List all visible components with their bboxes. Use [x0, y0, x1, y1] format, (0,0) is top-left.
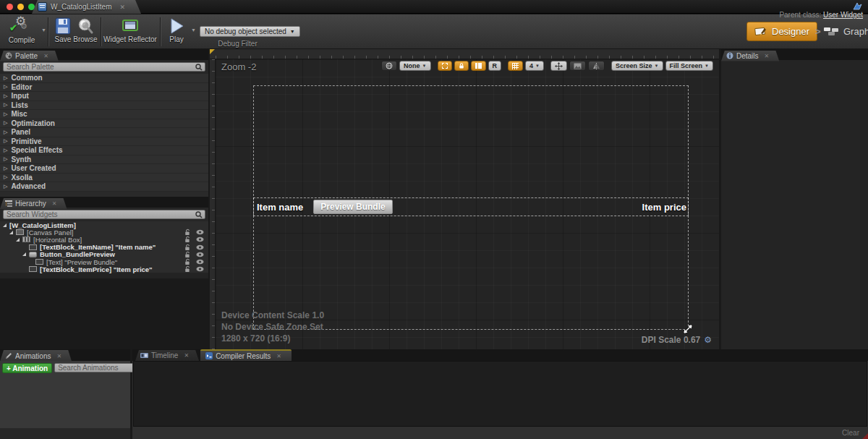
details-tab[interactable]: Details ✕	[721, 51, 779, 61]
palette-category[interactable]: ▷ Primitive	[0, 137, 208, 147]
expander-icon[interactable]	[16, 238, 20, 242]
palette-category[interactable]: ▷ Advanced	[0, 182, 208, 192]
expander-icon[interactable]	[22, 252, 26, 256]
item-price-textblock[interactable]: Item price	[642, 202, 686, 213]
lock-icon[interactable]	[184, 244, 191, 251]
palette-tab-close-icon[interactable]: ✕	[43, 53, 48, 59]
expander-icon[interactable]: ▷	[4, 75, 7, 81]
widget-reflector-button[interactable]: Widget Reflector	[103, 17, 157, 43]
palette-category[interactable]: ▷ Misc	[0, 110, 208, 119]
palette-category[interactable]: ▷ User Created	[0, 164, 208, 174]
expander-icon[interactable]: ▷	[4, 156, 7, 162]
raw-edit-toggle[interactable]: R	[488, 61, 502, 71]
compiler-results-tab[interactable]: Compiler Results ✕	[200, 349, 292, 361]
compile-options-caret-icon[interactable]: ▼	[41, 27, 46, 33]
palette-category[interactable]: ▷ Input	[0, 92, 208, 101]
expander-icon[interactable]: ▷	[4, 93, 7, 99]
expander-icon[interactable]	[3, 223, 7, 227]
window-resize-grip[interactable]	[862, 433, 868, 439]
item-name-textblock[interactable]: Item name	[257, 202, 303, 213]
details-tab-close-icon[interactable]: ✕	[765, 53, 770, 59]
timeline-tab[interactable]: Timeline ✕	[135, 350, 199, 361]
add-animation-button[interactable]: + Animation	[2, 363, 52, 373]
palette-search-input[interactable]	[7, 63, 195, 71]
flip-preview-button[interactable]	[588, 61, 605, 71]
play-options-caret-icon[interactable]: ▼	[191, 27, 196, 33]
eye-icon[interactable]	[196, 229, 204, 235]
show-outlines-toggle[interactable]	[438, 61, 452, 71]
expander-icon[interactable]	[9, 231, 13, 234]
parent-class-value[interactable]: User Widget	[823, 11, 863, 19]
hierarchy-row[interactable]: [TextBlock_ItemName] "Item name"	[0, 244, 208, 251]
lock-icon[interactable]	[184, 229, 191, 236]
palette-tab[interactable]: Palette ✕	[0, 51, 59, 61]
expander-icon[interactable]: ▷	[4, 138, 7, 144]
compile-button[interactable]: ⚙ ⚙ ✔ Compile	[3, 17, 41, 44]
animations-tab[interactable]: Animations ✕	[0, 350, 72, 362]
eye-icon[interactable]	[196, 236, 204, 242]
lock-widgets-toggle[interactable]	[454, 61, 469, 71]
palette-category[interactable]: ▷ Optimization	[0, 119, 208, 129]
window-minimize-button[interactable]	[17, 4, 24, 10]
hierarchy-row[interactable]: [TextBlock_ItemPrice] "Item price"	[0, 265, 208, 273]
palette-category[interactable]: ▷ Common	[0, 74, 208, 83]
palette-category[interactable]: ▷ Special Effects	[0, 146, 208, 155]
eye-icon[interactable]	[196, 252, 204, 257]
palette-search[interactable]	[3, 62, 205, 72]
hierarchy-row[interactable]: [Horizontal Box]	[0, 236, 208, 243]
preview-culture-dropdown[interactable]: None▼	[399, 61, 430, 71]
browse-button[interactable]: Browse	[72, 17, 98, 43]
lock-icon[interactable]	[184, 265, 191, 273]
play-button[interactable]: Play	[163, 17, 190, 43]
horizontal-box-outline[interactable]: Item name Preview Bundle Item price	[253, 197, 689, 216]
designer-viewport[interactable]: Zoom -2 None▼	[216, 59, 719, 349]
dpi-settings-gear-icon[interactable]: ⚙	[704, 335, 712, 345]
expander-icon[interactable]: ▷	[4, 148, 7, 153]
eye-icon[interactable]	[196, 259, 204, 265]
lock-icon[interactable]	[184, 236, 191, 243]
grid-snap-size-dropdown[interactable]: 4▼	[525, 61, 544, 71]
palette-category[interactable]: ▷ Panel	[0, 128, 208, 137]
expander-icon[interactable]: ▷	[4, 174, 7, 180]
debug-object-dropdown[interactable]: No debug object selected ▼	[200, 26, 300, 37]
hierarchy-tab-close-icon[interactable]: ✕	[52, 200, 57, 207]
eye-icon[interactable]	[196, 244, 204, 250]
localization-preview-button[interactable]	[381, 61, 397, 71]
hierarchy-search-input[interactable]	[7, 210, 195, 218]
hierarchy-row[interactable]: [W_CatalogListItem]	[0, 221, 208, 229]
save-button[interactable]: Save	[52, 17, 74, 43]
hierarchy-search[interactable]	[3, 210, 205, 219]
expander-icon[interactable]: ▷	[4, 184, 7, 189]
eye-icon[interactable]	[196, 266, 204, 272]
expander-icon[interactable]: ▷	[4, 166, 7, 171]
graph-mode-button[interactable]: Graph	[823, 22, 868, 41]
expander-icon[interactable]: ▷	[4, 102, 7, 108]
expander-icon[interactable]: ▷	[4, 84, 7, 90]
canvas-resize-handle-icon[interactable]	[683, 324, 693, 334]
fill-screen-dropdown[interactable]: Fill Screen▼	[665, 61, 713, 71]
clear-log-button[interactable]: Clear	[842, 429, 859, 437]
animations-tab-close-icon[interactable]: ✕	[56, 353, 61, 359]
palette-category[interactable]: ▷ Lists	[0, 101, 208, 111]
lock-icon[interactable]	[184, 258, 191, 265]
document-tab[interactable]: W_CatalogListItem ✕	[32, 0, 141, 14]
palette-category[interactable]: ▷ Xsolla	[0, 174, 208, 183]
expander-icon[interactable]: ▷	[4, 120, 7, 126]
palette-category[interactable]: ▷ Synth	[0, 155, 208, 165]
preview-bundle-button[interactable]: Preview Bundle	[313, 200, 392, 214]
compiler-results-tab-close-icon[interactable]: ✕	[276, 353, 281, 359]
preview-background-button[interactable]	[569, 61, 586, 71]
hierarchy-tab[interactable]: Hierarchy ✕	[0, 198, 67, 209]
document-tab-close-icon[interactable]: ✕	[119, 4, 125, 11]
designer-mode-button[interactable]: Designer	[746, 22, 817, 41]
window-close-button[interactable]	[7, 4, 13, 10]
timeline-tab-close-icon[interactable]: ✕	[184, 352, 189, 359]
hierarchy-row[interactable]: [Canvas Panel]	[0, 229, 208, 236]
lock-icon[interactable]	[184, 251, 191, 258]
snap-grid-toggle[interactable]	[508, 61, 523, 71]
expander-icon[interactable]: ▷	[4, 111, 7, 117]
translation-mode-button[interactable]	[550, 61, 567, 71]
respect-locks-toggle[interactable]	[471, 61, 486, 71]
palette-category[interactable]: ▷ Editor	[0, 83, 208, 93]
expander-icon[interactable]: ▷	[4, 129, 7, 135]
